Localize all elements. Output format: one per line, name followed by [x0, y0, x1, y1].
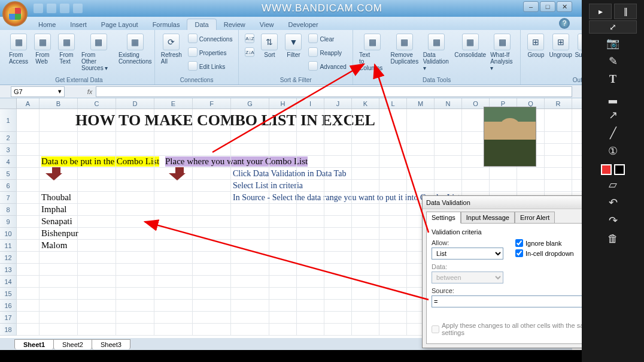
cell-K4[interactable]: [352, 156, 379, 168]
cell-G6[interactable]: Select List in criteria: [231, 180, 269, 192]
select-all-corner[interactable]: [0, 98, 17, 108]
cell-B3[interactable]: [40, 144, 78, 156]
cell-G9[interactable]: [231, 216, 269, 228]
row-header-11[interactable]: 11: [0, 240, 17, 252]
sheet-tab-sheet2[interactable]: Sheet2: [53, 339, 92, 349]
cell-R1[interactable]: [545, 109, 572, 132]
cell-J5[interactable]: [324, 168, 352, 180]
cell-D1[interactable]: [116, 109, 154, 132]
cell-A3[interactable]: [17, 144, 40, 156]
cell-L1[interactable]: [379, 109, 407, 132]
cell-C17[interactable]: [78, 312, 116, 324]
cell-B4[interactable]: Data to be put in the Combo List: [40, 156, 78, 168]
cell-F9[interactable]: [193, 216, 231, 228]
row-header-17[interactable]: 17: [0, 312, 17, 324]
cell-I13[interactable]: [297, 264, 324, 276]
cell-H15[interactable]: [269, 288, 297, 300]
undo-icon[interactable]: ↶: [600, 194, 626, 211]
text-to-columns-button[interactable]: ▦Textto Columns: [357, 32, 388, 73]
col-header-N[interactable]: N: [435, 98, 462, 108]
cell-R6[interactable]: [545, 180, 572, 192]
tab-view[interactable]: View: [253, 19, 281, 30]
cell-H8[interactable]: [269, 204, 297, 216]
cell-L16[interactable]: [379, 300, 407, 312]
cell-B12[interactable]: [40, 252, 78, 264]
allow-select[interactable]: List: [432, 248, 503, 260]
sort-asc-button[interactable]: A↓Z: [242, 32, 257, 46]
office-button[interactable]: [2, 1, 28, 26]
cell-K11[interactable]: [352, 240, 379, 252]
dialog-tab-settings[interactable]: Settings: [426, 212, 461, 224]
redo-icon[interactable]: ↷: [600, 212, 626, 229]
cell-H13[interactable]: [269, 264, 297, 276]
cell-J6[interactable]: [324, 180, 352, 192]
cell-D14[interactable]: [116, 276, 154, 288]
cell-I8[interactable]: [297, 204, 324, 216]
cell-K2[interactable]: [352, 132, 379, 144]
ignore-blank-checkbox[interactable]: Ignore blank: [515, 239, 574, 247]
cell-A2[interactable]: [17, 132, 40, 144]
cell-E5[interactable]: [154, 168, 193, 180]
cell-D18[interactable]: [116, 324, 154, 336]
cell-I12[interactable]: [297, 252, 324, 264]
cell-D7[interactable]: [116, 192, 154, 204]
cell-E7[interactable]: [154, 192, 193, 204]
cell-L4[interactable]: [379, 156, 407, 168]
cell-J7[interactable]: [324, 192, 352, 204]
edit-links-button[interactable]: Edit Links: [186, 60, 235, 73]
cell-G13[interactable]: [231, 264, 269, 276]
sheet-tab-sheet1[interactable]: Sheet1: [14, 339, 54, 349]
quick-access-toolbar[interactable]: [34, 4, 83, 13]
cell-G11[interactable]: [231, 240, 269, 252]
row-header-14[interactable]: 14: [0, 276, 17, 288]
cell-F16[interactable]: [193, 300, 231, 312]
cell-B9[interactable]: Senapati: [40, 216, 78, 228]
cell-C16[interactable]: [78, 300, 116, 312]
cell-L3[interactable]: [379, 144, 407, 156]
cell-N1[interactable]: [435, 109, 462, 132]
cell-G8[interactable]: [231, 204, 269, 216]
col-header-L[interactable]: L: [379, 98, 407, 108]
cell-E11[interactable]: [154, 240, 193, 252]
cell-M2[interactable]: [407, 132, 435, 144]
cell-F3[interactable]: [193, 144, 231, 156]
cell-K12[interactable]: [352, 252, 379, 264]
cell-I15[interactable]: [297, 288, 324, 300]
cell-B2[interactable]: [40, 132, 78, 144]
cell-K8[interactable]: [352, 204, 379, 216]
cell-A18[interactable]: [17, 324, 40, 336]
sort-button[interactable]: ⇅Sort: [258, 32, 281, 59]
col-header-I[interactable]: I: [297, 98, 324, 108]
cell-K17[interactable]: [352, 312, 379, 324]
cell-E15[interactable]: [154, 288, 193, 300]
existing-connections-button[interactable]: ▦ExistingConnections: [120, 32, 151, 66]
cell-F7[interactable]: [193, 192, 231, 204]
cell-D9[interactable]: [116, 216, 154, 228]
col-header-F[interactable]: F: [193, 98, 231, 108]
cell-L2[interactable]: [379, 132, 407, 144]
cell-A9[interactable]: [17, 216, 40, 228]
cell-E16[interactable]: [154, 300, 193, 312]
cell-A16[interactable]: [17, 300, 40, 312]
cell-L5[interactable]: [379, 168, 407, 180]
cell-F6[interactable]: [193, 180, 231, 192]
cell-E13[interactable]: [154, 264, 193, 276]
cell-J15[interactable]: [324, 288, 352, 300]
col-header-K[interactable]: K: [352, 98, 379, 108]
cell-D4[interactable]: [116, 156, 154, 168]
cell-C18[interactable]: [78, 324, 116, 336]
cell-G12[interactable]: [231, 252, 269, 264]
row-header-15[interactable]: 15: [0, 288, 17, 300]
cell-E6[interactable]: [154, 180, 193, 192]
col-header-R[interactable]: R: [545, 98, 572, 108]
row-header-5[interactable]: 5: [0, 168, 17, 180]
cell-F14[interactable]: [193, 276, 231, 288]
cell-E1[interactable]: [154, 109, 193, 132]
row-header-16[interactable]: 16: [0, 300, 17, 312]
cell-F17[interactable]: [193, 312, 231, 324]
cell-D10[interactable]: [116, 228, 154, 240]
row-header-6[interactable]: 6: [0, 180, 17, 192]
cell-A4[interactable]: [17, 156, 40, 168]
number-tool-icon[interactable]: ①: [600, 143, 626, 159]
trash-icon[interactable]: 🗑: [600, 230, 626, 247]
